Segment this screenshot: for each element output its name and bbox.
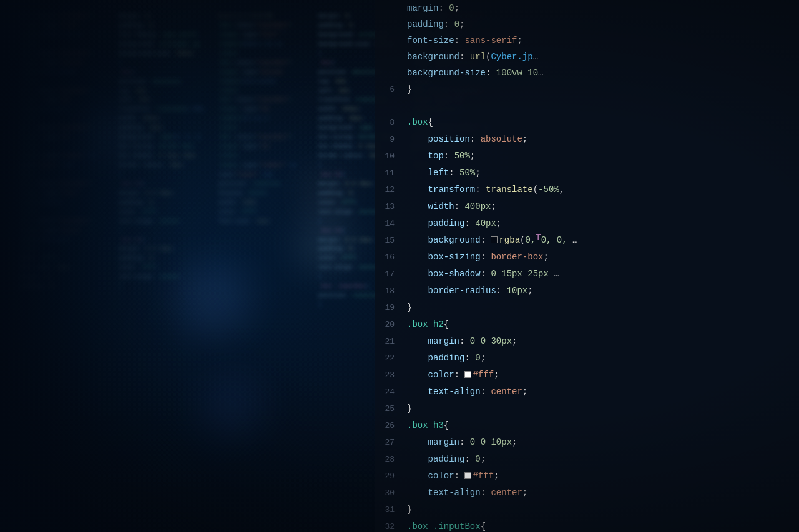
line-content: color: #fff; bbox=[407, 468, 799, 484]
code-line: 18 border-radius: 10px; bbox=[375, 283, 799, 299]
line-content: border-radius: 10px; bbox=[407, 283, 799, 299]
line-content: .box h2{ bbox=[407, 316, 799, 332]
line-number: 16 bbox=[375, 249, 407, 266]
code-line: 20 .box h2{ bbox=[375, 316, 799, 333]
line-content: .box .inputBox{ bbox=[407, 518, 799, 532]
line-content: .box h3{ bbox=[407, 417, 799, 433]
code-line: 11 left: 50%; bbox=[375, 165, 799, 181]
line-content: background: rgba(0, 0, 0, … bbox=[407, 232, 799, 248]
line-number: 22 bbox=[375, 351, 407, 367]
code-line: 31 } bbox=[375, 501, 799, 518]
line-number: 11 bbox=[375, 165, 407, 181]
line-content: position: absolute; bbox=[407, 131, 799, 147]
screen: <div class="inputBox"> <input type="text… bbox=[0, 0, 799, 532]
line-number: 29 bbox=[375, 468, 407, 485]
blur-col-3: a a s 1 t 8 0 52 <div class="inputBox"> … bbox=[218, 0, 306, 532]
line-number: 31 bbox=[375, 502, 407, 518]
code-line: font-size: sans-serif; bbox=[375, 32, 799, 49]
line-content: } bbox=[407, 501, 799, 518]
code-line: 29 color: #fff; bbox=[375, 468, 799, 485]
line-content: padding: 0; bbox=[407, 350, 799, 366]
code-line: 25 } bbox=[375, 400, 799, 417]
line-content: background: url(Cyber.jp… bbox=[407, 49, 799, 65]
code-line: margin: 0; bbox=[375, 0, 799, 16]
line-content: box-shadow: 0 15px 25px … bbox=[407, 266, 799, 282]
line-content: padding: 40px; bbox=[407, 215, 799, 231]
line-content: top: 50%; bbox=[407, 148, 799, 164]
code-line: 30 text-align: center; bbox=[375, 485, 799, 501]
blur-col-2: margin: 0; padding: 0; font-family: sans… bbox=[119, 0, 206, 532]
code-line: 32 .box .inputBox{ bbox=[375, 518, 799, 532]
code-line: padding: 0; bbox=[375, 16, 799, 32]
line-content: } bbox=[407, 400, 799, 417]
line-content: margin: 0 0 10px; bbox=[407, 434, 799, 450]
line-number: 28 bbox=[375, 452, 407, 468]
code-line: 15 background: rgba(0, 0, 0, … bbox=[375, 232, 799, 249]
code-line: 10 top: 50%; bbox=[375, 148, 799, 165]
line-content: left: 50%; bbox=[407, 165, 799, 181]
line-number: 26 bbox=[375, 418, 407, 434]
line-number: 15 bbox=[375, 233, 407, 249]
line-content bbox=[407, 98, 799, 114]
line-content: padding: 0; bbox=[407, 16, 799, 32]
code-lines: margin: 0; padding: 0; font-size: sans-s… bbox=[375, 0, 799, 532]
line-number: 30 bbox=[375, 485, 407, 501]
line-number: 20 bbox=[375, 317, 407, 333]
code-line: background-size: 100vw 10… bbox=[375, 65, 799, 81]
line-content: text-align: center; bbox=[407, 384, 799, 400]
code-line: background: url(Cyber.jp… bbox=[375, 49, 799, 65]
line-content: margin: 0 0 30px; bbox=[407, 333, 799, 349]
code-line: 24 text-align: center; bbox=[375, 384, 799, 400]
code-line: 21 margin: 0 0 30px; bbox=[375, 333, 799, 350]
line-number: 6 bbox=[375, 82, 407, 98]
line-number: 23 bbox=[375, 367, 407, 384]
blur-col-1: <div class="inputBox"> <input type="text… bbox=[19, 0, 106, 532]
code-line: 28 padding: 0; bbox=[375, 451, 799, 468]
line-number: 21 bbox=[375, 334, 407, 350]
code-line: 17 box-shadow: 0 15px 25px … bbox=[375, 266, 799, 283]
line-content: } bbox=[407, 81, 799, 97]
code-line: 12 transform: translate(-50%, bbox=[375, 181, 799, 198]
line-content: font-size: sans-serif; bbox=[407, 32, 799, 49]
code-line: 6 } bbox=[375, 81, 799, 98]
line-content: text-align: center; bbox=[407, 485, 799, 501]
line-content: .box{ bbox=[407, 114, 799, 130]
code-panel: margin: 0; padding: 0; font-size: sans-s… bbox=[375, 0, 799, 532]
line-content: box-sizing: border-box; bbox=[407, 249, 799, 265]
line-number: 12 bbox=[375, 182, 407, 198]
code-line: 19 } bbox=[375, 299, 799, 316]
line-content: width: 400px; bbox=[407, 198, 799, 215]
code-line: 16 box-sizing: border-box; bbox=[375, 249, 799, 266]
line-content: } bbox=[407, 299, 799, 316]
code-line: 22 padding: 0; bbox=[375, 350, 799, 367]
code-line: 9 position: absolute; bbox=[375, 131, 799, 148]
code-line: 14 padding: 40px; bbox=[375, 215, 799, 232]
code-line: 27 margin: 0 0 10px; bbox=[375, 434, 799, 451]
line-content: transform: translate(-50%, bbox=[407, 181, 799, 198]
line-number: 13 bbox=[375, 199, 407, 215]
code-line: 13 width: 400px; bbox=[375, 198, 799, 215]
line-number: 24 bbox=[375, 384, 407, 400]
line-content: color: #fff; bbox=[407, 367, 799, 383]
line-content: padding: 0; bbox=[407, 451, 799, 467]
line-number: 8 bbox=[375, 115, 407, 131]
line-number: 9 bbox=[375, 132, 407, 148]
line-number: 14 bbox=[375, 216, 407, 232]
line-number: 10 bbox=[375, 148, 407, 165]
code-line: 26 .box h3{ bbox=[375, 417, 799, 434]
t-marker: T bbox=[536, 233, 541, 243]
line-content: margin: 0; bbox=[407, 0, 799, 16]
line-number: 27 bbox=[375, 435, 407, 451]
line-number: 17 bbox=[375, 266, 407, 283]
line-number: 25 bbox=[375, 401, 407, 417]
line-content: background-size: 100vw 10… bbox=[407, 65, 799, 81]
code-line bbox=[375, 98, 799, 114]
line-number: 18 bbox=[375, 283, 407, 299]
code-line: 23 color: #fff; bbox=[375, 367, 799, 384]
code-line: 8 .box{ bbox=[375, 114, 799, 131]
line-number: 32 bbox=[375, 519, 407, 532]
line-number: 19 bbox=[375, 300, 407, 316]
